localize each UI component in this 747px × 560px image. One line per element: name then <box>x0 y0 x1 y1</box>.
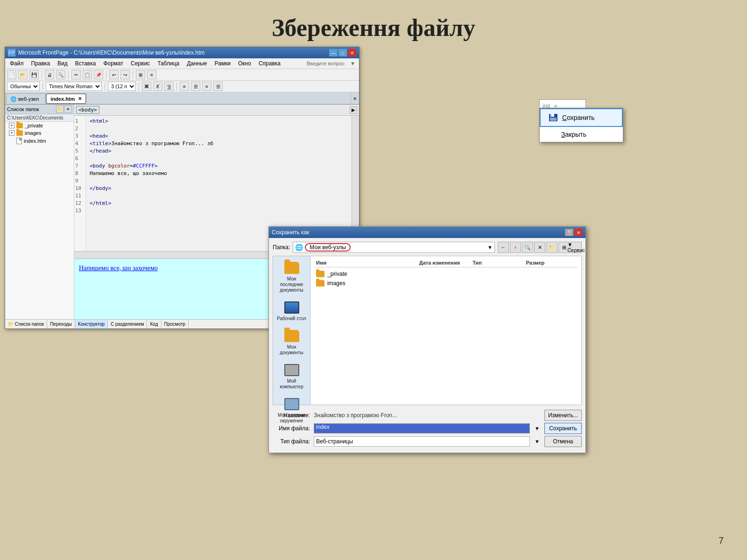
new-btn[interactable]: 📄 <box>7 70 16 79</box>
print-btn[interactable]: 🖨 <box>45 70 54 79</box>
sidebar-item-images[interactable]: + images <box>5 129 74 137</box>
dialog-help-btn[interactable]: ? <box>565 229 573 236</box>
paste-btn[interactable]: 📌 <box>94 70 103 79</box>
open-btn[interactable]: 📂 <box>18 70 28 79</box>
place-desktop[interactable]: Рабочий стол <box>275 299 309 323</box>
sidebar-header: Список папок 📁 ✕ <box>5 105 74 114</box>
filelist-item-images[interactable]: images <box>314 279 578 288</box>
menu-data[interactable]: Данные <box>184 59 210 68</box>
dtb-back-btn[interactable]: ← <box>498 242 509 253</box>
filename-dropdown[interactable]: ▼ <box>534 426 541 431</box>
minimize-button[interactable]: — <box>329 49 338 56</box>
dtb-newfolder-btn[interactable]: 📁 <box>546 242 557 253</box>
align-left-btn[interactable]: ≡ <box>180 82 189 91</box>
status-tab-folders[interactable]: 📁 Список папок <box>5 320 47 329</box>
align-right-btn[interactable]: ≡ <box>202 82 211 91</box>
dtb-delete-btn[interactable]: ✕ <box>534 242 545 253</box>
place-docs[interactable]: Мои документы <box>275 327 309 357</box>
status-tab-code[interactable]: Код <box>147 320 161 329</box>
close-button[interactable]: ✕ <box>348 49 356 56</box>
redo-btn[interactable]: ↪ <box>120 70 130 79</box>
italic-btn[interactable]: К <box>153 82 162 91</box>
align-justify-btn[interactable]: ☰ <box>213 82 223 91</box>
menu-help[interactable]: Справка <box>256 59 283 68</box>
dtb-search-btn[interactable]: 🔍 <box>522 242 533 253</box>
menu-edit[interactable]: Правка <box>28 59 53 68</box>
menu-view[interactable]: Вид <box>55 59 70 68</box>
menu-window[interactable]: Окно <box>235 59 254 68</box>
status-tab-nav[interactable]: Переходы <box>47 320 75 329</box>
context-menu-close[interactable]: Закрыть <box>540 127 623 142</box>
body-button[interactable]: <body> <box>76 106 99 114</box>
menu-insert[interactable]: Вставка <box>72 59 99 68</box>
close-tab-btn[interactable]: ✕ <box>351 93 358 104</box>
tab-webnode[interactable]: 🌐 веб-узел <box>6 93 46 104</box>
code-line-2 <box>90 125 348 133</box>
dialog-filelist: Имя Дата изменения Тип Размер _private i… <box>310 256 581 405</box>
align-center-btn[interactable]: ☰ <box>191 82 200 91</box>
list-btn[interactable]: ≡ <box>147 70 156 79</box>
search-dropdown-icon[interactable]: ▼ <box>350 61 355 66</box>
sidebar-item-private[interactable]: + _private <box>5 122 74 129</box>
save-underline-char: С <box>562 114 567 121</box>
menu-frames[interactable]: Рамки <box>212 59 233 68</box>
frontpage-toolbar: 📄 📂 💾 🖨 🔍 ✂ 📋 📌 ↩ ↪ ⊞ ≡ <box>5 69 359 81</box>
sidebar-item-index[interactable]: index.htm <box>5 137 74 145</box>
save-button[interactable]: Сохранить <box>544 423 582 434</box>
menu-format[interactable]: Формат <box>100 59 126 68</box>
place-computer-icon <box>283 363 300 377</box>
page-title: Збереження файлу <box>0 0 747 42</box>
size-select[interactable]: 3 (12 пт) <box>108 82 136 91</box>
new-folder-btn[interactable]: 📁 <box>56 105 63 113</box>
filetype-select[interactable]: Веб-страницы <box>314 436 530 447</box>
tab-index[interactable]: index.htm ✕ <box>46 93 86 104</box>
filetype-label: Тип файла: <box>273 438 310 445</box>
underline-btn[interactable]: Ч <box>164 82 174 91</box>
place-docs-label: Мои документы <box>277 344 307 356</box>
sidebar-path: C:\Users\КЕКС\Documents <box>5 114 74 122</box>
line-numbers: 1 2 3 4 5 6 7 8 9 10 11 12 13 <box>74 116 86 251</box>
frontpage-menubar: Файл Правка Вид Вставка Формат Сервис Та… <box>5 58 359 69</box>
dialog-controls[interactable]: ? ✕ <box>565 229 583 236</box>
name-change-btn[interactable]: Изменить... <box>544 410 582 421</box>
editor-expand-btn[interactable]: ▶ <box>350 106 357 114</box>
copy-btn[interactable]: 📋 <box>83 70 92 79</box>
preview-btn[interactable]: 🔍 <box>56 70 65 79</box>
tab-close-icon[interactable]: ✕ <box>78 96 82 101</box>
cut-btn[interactable]: ✂ <box>71 70 81 79</box>
place-computer[interactable]: Мой компьютер <box>275 361 309 392</box>
maximize-button[interactable]: □ <box>338 49 347 56</box>
window-controls[interactable]: — □ ✕ <box>329 49 356 56</box>
undo-btn[interactable]: ↩ <box>109 70 119 79</box>
bold-btn[interactable]: Ж <box>142 82 151 91</box>
filename-input[interactable]: index <box>314 423 530 434</box>
menu-tools[interactable]: Сервис <box>128 59 153 68</box>
sidebar-title: Список папок <box>7 106 39 112</box>
dialog-close-btn[interactable]: ✕ <box>574 229 583 236</box>
folder-select[interactable]: 🌐 Мои веб-узлы ▼ <box>293 242 495 253</box>
dialog-titlebar: Сохранить как ? ✕ <box>269 227 585 238</box>
sidebar-close-btn[interactable]: ✕ <box>64 105 72 113</box>
expander-images[interactable]: + <box>9 130 14 136</box>
status-tab-design[interactable]: Конструктор <box>75 320 108 329</box>
filetype-dropdown[interactable]: ▼ <box>534 439 541 444</box>
dtb-service-btn[interactable]: ▼ Сервис <box>571 242 582 253</box>
place-computer-label: Мой компьютер <box>277 378 307 390</box>
dtb-up-btn[interactable]: ↑ <box>510 242 521 253</box>
expander-private[interactable]: + <box>9 123 14 128</box>
filelist-item-private[interactable]: _private <box>314 269 578 279</box>
code-line-11 <box>90 192 348 200</box>
menu-file[interactable]: Файл <box>7 59 27 68</box>
font-select[interactable]: Times New Roman <box>46 82 102 91</box>
menu-table[interactable]: Таблица <box>155 59 182 68</box>
name-field-row: Название: Знайомство з програмою Fron...… <box>273 410 582 421</box>
context-menu-save[interactable]: Сохранить <box>540 108 623 127</box>
folder-dropdown-icon[interactable]: ▼ <box>487 245 493 250</box>
place-recent[interactable]: Мои последние документы <box>275 259 309 295</box>
save-btn[interactable]: 💾 <box>29 70 39 79</box>
cancel-button[interactable]: Отмена <box>544 436 582 447</box>
style-select[interactable]: Обычный <box>7 82 40 91</box>
status-tab-preview[interactable]: Просмотр <box>162 320 189 329</box>
table-btn[interactable]: ⊞ <box>136 70 145 79</box>
status-tab-split[interactable]: С разделением <box>108 320 147 329</box>
